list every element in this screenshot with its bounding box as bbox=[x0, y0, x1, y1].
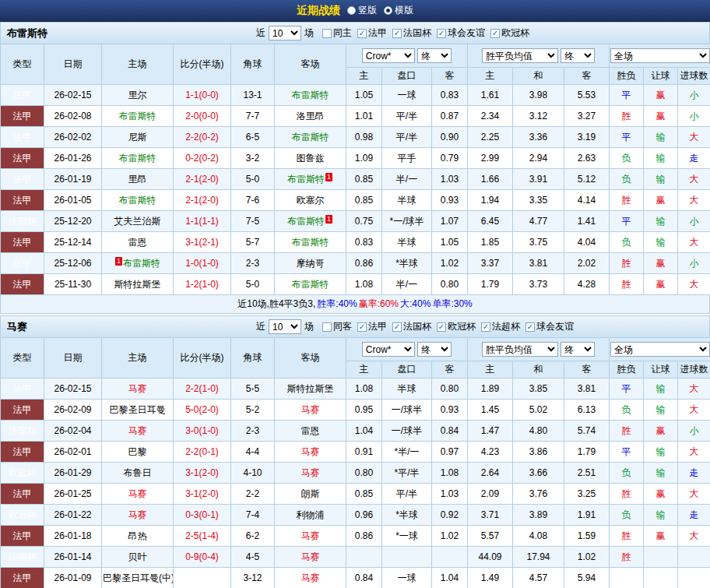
home-team-link[interactable]: 布鲁日 bbox=[124, 467, 152, 478]
away-team-link[interactable]: 马赛 bbox=[301, 404, 320, 415]
away-team-link[interactable]: 马赛 bbox=[301, 467, 320, 478]
filter-checkbox[interactable]: 法甲 bbox=[357, 26, 387, 40]
home-team-link[interactable]: 巴黎 bbox=[128, 446, 147, 457]
home-team-link[interactable]: 马赛 bbox=[128, 383, 147, 394]
match-count-select[interactable]: 10 bbox=[269, 319, 301, 334]
cell-result: 平 bbox=[610, 442, 644, 463]
away-team-link[interactable]: 洛里昂 bbox=[297, 111, 325, 121]
home-team-link[interactable]: 巴黎圣日耳曼 bbox=[110, 404, 166, 415]
away-team-link[interactable]: 摩纳哥 bbox=[297, 258, 325, 269]
cell-handicap-result: 赢 bbox=[644, 484, 678, 505]
avg-select[interactable]: 胜平负均值 bbox=[482, 48, 558, 63]
home-team-link[interactable]: 巴黎圣日耳曼(中) bbox=[103, 572, 174, 583]
cell-result: 负 bbox=[610, 232, 644, 253]
cell-odds-home: 0.83 bbox=[346, 232, 382, 253]
cell-odds-home: 0.96 bbox=[346, 505, 382, 526]
cell-goals: 大 bbox=[678, 232, 710, 253]
filter-checkbox[interactable]: 法超杯 bbox=[481, 320, 520, 333]
cell-home-team: 雷恩 bbox=[102, 232, 174, 253]
filter-label: 欧冠杯 bbox=[448, 320, 476, 333]
home-team-link[interactable]: 里昂 bbox=[128, 174, 147, 185]
avg-final-select[interactable]: 终 bbox=[561, 48, 595, 63]
cell-competition-type: 法甲 bbox=[1, 400, 44, 421]
away-team-link[interactable]: 布雷斯特 bbox=[292, 279, 329, 290]
col-home: 主场 bbox=[102, 44, 174, 85]
home-team-link[interactable]: 尼斯 bbox=[128, 132, 147, 143]
home-team-link[interactable]: 雷恩 bbox=[128, 237, 147, 248]
away-team-link[interactable]: 马赛 bbox=[301, 551, 320, 562]
cell-corner: 2-2 bbox=[231, 484, 275, 505]
home-team-link[interactable]: 布雷斯特 bbox=[119, 195, 156, 206]
home-team-link[interactable]: 布雷斯特 bbox=[123, 258, 160, 269]
checkbox-icon bbox=[392, 29, 402, 38]
cell-goals: 小 bbox=[678, 253, 710, 274]
away-team-link[interactable]: 布雷斯特 bbox=[287, 174, 325, 185]
home-team-link[interactable]: 布雷斯特 bbox=[119, 153, 156, 164]
match-row: 法甲 26-02-02 尼斯 2-2(0-2) 6-5 布雷斯特 0.98 平/… bbox=[1, 127, 710, 148]
avg-select[interactable]: 胜平负均值 bbox=[482, 342, 558, 357]
cell-goals: 大 bbox=[678, 379, 710, 400]
summary-segment: 单率:30% bbox=[432, 298, 472, 311]
filter-label: 法甲 bbox=[368, 26, 387, 40]
away-team-link[interactable]: 马赛 bbox=[301, 446, 320, 457]
home-team-link[interactable]: 马赛 bbox=[128, 488, 147, 499]
cell-goals bbox=[678, 547, 710, 568]
view-mode-option[interactable]: 竖版 bbox=[347, 4, 377, 17]
home-team-link[interactable]: 马赛 bbox=[128, 509, 147, 520]
home-team-link[interactable]: 艾夫兰治斯 bbox=[114, 216, 161, 227]
filter-group: 同主 法甲 法国杯 bbox=[317, 26, 529, 40]
cell-score bbox=[174, 568, 231, 588]
team-section: 马赛 近 10 场 同客 bbox=[0, 315, 710, 588]
scope-select[interactable]: 全场 bbox=[610, 48, 710, 63]
away-team-link[interactable]: 朗斯 bbox=[301, 488, 320, 499]
away-team-link[interactable]: 利物浦 bbox=[297, 509, 325, 520]
cell-avg-draw: 5.02 bbox=[513, 400, 564, 421]
view-mode-option[interactable]: 横版 bbox=[384, 4, 413, 17]
checkbox-icon bbox=[490, 29, 500, 38]
filter-checkbox[interactable]: 法国杯 bbox=[392, 26, 431, 40]
bookmaker-select[interactable]: Crow* bbox=[362, 342, 415, 357]
odds-final-select[interactable]: 终 bbox=[417, 48, 452, 63]
col-date: 日期 bbox=[44, 44, 102, 85]
cell-competition-type: 法国杯 bbox=[1, 547, 44, 568]
cell-away-team: 洛里昂 bbox=[275, 106, 346, 127]
away-team-link[interactable]: 雷恩 bbox=[301, 425, 320, 436]
cell-avg-home: 1.85 bbox=[468, 232, 513, 253]
filter-checkbox[interactable]: 法甲 bbox=[357, 320, 387, 333]
scope-select[interactable]: 全场 bbox=[610, 342, 710, 357]
cell-avg-home: 1.45 bbox=[468, 400, 513, 421]
away-team-link[interactable]: 布雷斯特 bbox=[292, 90, 329, 100]
cell-corner: 7-4 bbox=[231, 505, 275, 526]
avg-final-select[interactable]: 终 bbox=[561, 342, 595, 357]
home-team-link[interactable]: 斯特拉斯堡 bbox=[114, 279, 161, 290]
filter-checkbox[interactable]: 同客 bbox=[322, 320, 352, 333]
home-team-link[interactable]: 马赛 bbox=[128, 425, 147, 436]
home-team-link[interactable]: 里尔 bbox=[128, 90, 147, 100]
filter-checkbox[interactable]: 同主 bbox=[322, 26, 352, 40]
filter-label: 同主 bbox=[333, 26, 352, 40]
cell-odds-away: 0.90 bbox=[432, 127, 468, 148]
home-team-link[interactable]: 昂热 bbox=[128, 530, 147, 541]
odds-final-select[interactable]: 终 bbox=[417, 342, 452, 357]
away-team-link[interactable]: 马赛 bbox=[301, 530, 320, 541]
away-team-link[interactable]: 布雷斯特 bbox=[292, 237, 329, 248]
filter-checkbox[interactable]: 法国杯 bbox=[392, 320, 431, 333]
away-team-link[interactable]: 布雷斯特 bbox=[287, 216, 325, 227]
col-odds-away: 客 bbox=[432, 361, 468, 379]
away-team-link[interactable]: 马赛 bbox=[301, 572, 320, 583]
home-team-link[interactable]: 贝叶 bbox=[128, 551, 147, 562]
col-handicap-result: 让球 bbox=[644, 68, 678, 85]
filter-checkbox[interactable]: 欧冠杯 bbox=[437, 320, 476, 333]
home-team-link[interactable]: 布雷斯特 bbox=[119, 111, 156, 121]
bookmaker-select[interactable]: Crow* bbox=[362, 48, 415, 63]
away-team-link[interactable]: 布雷斯特 bbox=[292, 132, 329, 143]
filter-checkbox[interactable]: 欧冠杯 bbox=[490, 26, 529, 40]
away-team-link[interactable]: 图鲁兹 bbox=[297, 153, 325, 164]
filter-checkbox[interactable]: 球会友谊 bbox=[437, 26, 485, 40]
filter-checkbox[interactable]: 球会友谊 bbox=[525, 320, 574, 333]
cell-competition-type: 欧冠杯 bbox=[1, 463, 44, 484]
match-count-select[interactable]: 10 bbox=[269, 26, 301, 40]
away-team-link[interactable]: 欧塞尔 bbox=[297, 195, 325, 206]
away-team-link[interactable]: 斯特拉斯堡 bbox=[287, 383, 334, 394]
cell-odds-home: 0.95 bbox=[346, 400, 382, 421]
